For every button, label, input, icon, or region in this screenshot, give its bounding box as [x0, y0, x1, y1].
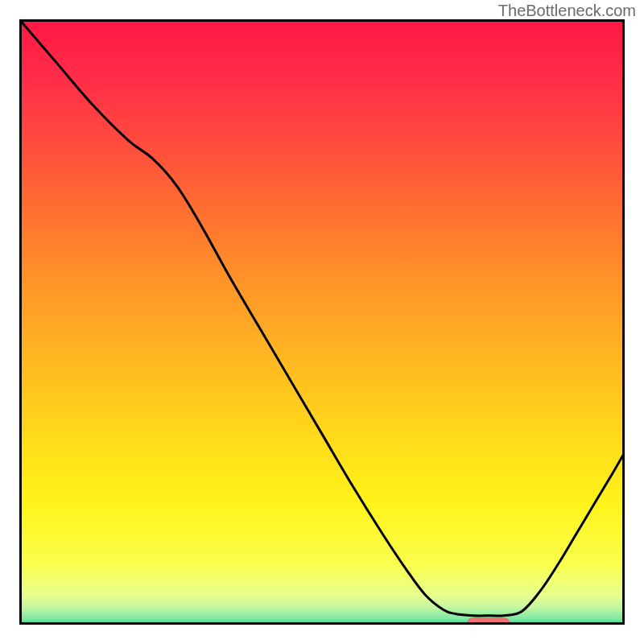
- bottleneck-chart: [19, 19, 625, 625]
- watermark-text: TheBottleneck.com: [498, 2, 636, 20]
- gradient-background: [19, 19, 625, 625]
- chart-svg: [19, 19, 625, 625]
